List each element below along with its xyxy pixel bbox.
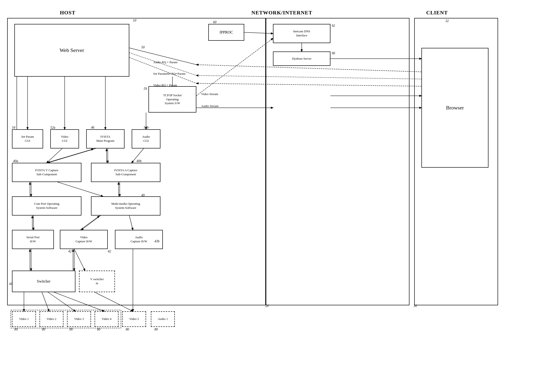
ref-42a: 42 (68, 250, 72, 253)
browser-box: Browser (421, 48, 488, 168)
ref-20: 20 (265, 304, 269, 308)
ref-40a: 40a (13, 159, 18, 163)
ref-40b: 40b (137, 159, 141, 163)
com-port-os-box: Com Port OperatingSystem Software (12, 196, 81, 216)
video5-box: Video 5 (122, 311, 146, 327)
diagram: HOST NETWORK/INTERNET CLIENT 10 20 30 32… (0, 0, 550, 392)
v-switcher-box: V switcherin (79, 271, 115, 292)
inetcam-dns-box: Inetcam DNSInterface (273, 24, 330, 43)
video-capture-hw-box: VideoCapture H/W (60, 230, 108, 249)
audio-stream-label: Audio Stream (201, 104, 219, 108)
ref-80d: 80 (97, 328, 100, 331)
ref-60: 60 (213, 20, 216, 24)
ref-50: 50 (141, 45, 145, 49)
switcher-box: Switcher (12, 271, 76, 292)
tcp-ip-box: TCP/IP SocketOperatingSystem S/W (148, 86, 196, 112)
ref-42b: 42 (108, 250, 111, 253)
video2-box: Video 2 (40, 311, 63, 327)
ref-59: 59 (144, 87, 147, 91)
ivista-v-capture-box: IVISTA V CaptureSub-Component (12, 163, 81, 182)
video1-box: Video 1 (12, 311, 36, 327)
video-cgi-box: VideoCGI (50, 129, 79, 148)
ref-46: 46 (91, 126, 94, 130)
set-param-rq-label: Set Parameter RQ+Param (153, 72, 185, 76)
serial-port-hw-box: Serial PortH/W (12, 230, 54, 249)
ref-80c: 80 (70, 328, 73, 331)
video4-box: Video 4 (95, 311, 118, 327)
ref-80e: 80 (126, 328, 129, 331)
ivista-a-capture-box: IVISTA A CaptureSub-Component (91, 163, 160, 182)
ref-54: 54 (12, 126, 15, 130)
video-stream-label: Video Stream (201, 92, 218, 96)
web-server-box: Web Server (14, 24, 129, 77)
ref-41: 41 (9, 282, 13, 286)
audio-cgi-box: AudioCGI (132, 129, 160, 148)
ref-90: 90 (332, 51, 335, 55)
audio-rq-label: Audio RQ + Param (153, 60, 177, 64)
ref-43b: 43b (154, 239, 160, 243)
ref-52b: 52b (144, 126, 149, 130)
ref-32: 32 (445, 19, 449, 23)
ref-80b: 80 (42, 328, 45, 331)
host-label: HOST (60, 10, 76, 16)
ref-52a: 52a (50, 126, 55, 130)
video3-box: Video 3 (67, 311, 91, 327)
ref-80f: 80 (154, 328, 158, 331)
ref-10: 10 (133, 19, 136, 22)
network-label: NETWORK/INTERNET (251, 10, 312, 16)
client-label: CLIENT (426, 10, 448, 16)
ivista-main-box: IVISTAMain Program (86, 129, 125, 148)
ipproc-box: IPPROC (208, 24, 244, 41)
dynhost-server-box: Dynhost Server (273, 51, 330, 66)
ref-49: 49 (141, 194, 145, 197)
multimedia-os-box: Multi-media OperatingSystem Software (91, 196, 160, 216)
set-param-cgi-box: Set ParamCGI (12, 129, 43, 148)
audio1-box: Audio 1 (151, 311, 175, 327)
ref-92: 92 (332, 24, 335, 28)
ref-80a: 80 (14, 328, 18, 331)
video-rq-label: Video RQ + Param (153, 83, 177, 87)
ref-30: 30 (413, 304, 417, 308)
